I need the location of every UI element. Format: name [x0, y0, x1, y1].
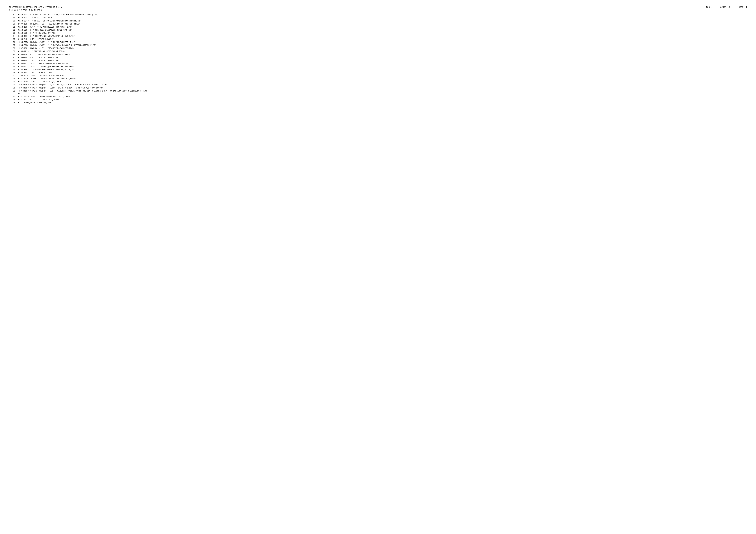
- row-content: С153-251' 10,5' ' СТАРТЕР ДЛЯ ЛЮМИНЕСЦЕН…: [18, 65, 747, 68]
- row-content: 1504-3073(Н9=1,082)(=13)' 2' ' ПРЕДОХРАН…: [18, 41, 747, 44]
- table-row: 76С153-303' 1,5' ' ТО ЖЕ Ж24-25*: [9, 71, 747, 74]
- row-number: 74: [9, 65, 18, 68]
- row-content: ТПР-НТ15-09 ТАБ.3-036(=13)' 0,195' 170.1…: [18, 87, 747, 89]
- table-row: 58С154-42' 7' ' ТО ЖЕ НСП02-200*: [9, 16, 747, 19]
- row-number: 66: [9, 41, 18, 44]
- table-row: 74С153-251' 10,5' ' СТАРТЕР ДЛЯ ЛЮМИНЕСЦ…: [9, 65, 747, 68]
- table-row: 73С153-231' 10,5' ' ЛАМПЫ ЛЮМИНИСЦЕНТНЫЕ…: [9, 62, 747, 65]
- table-row: 601507-1257(Н9=1,082)' 26' ' СВЕТИЛЬНИК …: [9, 23, 747, 25]
- row-content: ТПР-НТ15-09 ТАБ.2-006(=13)' 0,1' 495.1,1…: [18, 90, 747, 95]
- row-content: С153-228' 2' ' ТО ЖЕ ВХОД СУП-МУ2*: [18, 32, 747, 35]
- row-content: С151-43' 0,003' ' КАБЕЛЬ МАРКИ ВРГ СЕЧ 2…: [18, 95, 747, 98]
- table-row: 57С153-41' 42' ' СВЕТИЛЬНИК НСП02-100(В …: [9, 13, 747, 16]
- row-number: 62: [9, 29, 18, 32]
- table-row: 72С153-284' 1,1' ' ТО ЖЕ Б215-225-200*: [9, 59, 747, 62]
- row-number: 82: [9, 90, 18, 92]
- row-number: 61: [9, 26, 18, 29]
- table-row: 83С151-43' 0,003' ' КАБЕЛЬ МАРКИ ВРГ СЕЧ…: [9, 95, 747, 98]
- program-title: ПРОГРАММНЫЙ КОМПЛЕКС АВС-3ЕС ( РЕДАКЦИЯ …: [9, 6, 62, 8]
- row-content: ТПР-НТ15-09 ТАБ.3-336(=13)' 3,03' 200.1,…: [18, 84, 747, 86]
- table-row: 79С151-1091' 1,59' ' ТО ЖЕ СЕЧ 3,2,5ММ2*: [9, 81, 747, 83]
- row-number: 70: [9, 53, 18, 56]
- table-row: 671504-3083(Н9=1,082)(=13)' 2' ' ВСТАВКИ…: [9, 44, 747, 47]
- doc-italic: 24383-13: [720, 6, 730, 8]
- row-number: 71: [9, 56, 18, 59]
- row-number: 59: [9, 20, 18, 22]
- row-content: С153-226' 2' ' СВЕТОВОЙ УКАЗАТЕЛЬ ВЫХОД …: [18, 29, 747, 32]
- row-content: С153-17' 3' ' СВЕТИЛЬНИК ПЕРЕНОСНОЙ РВО-…: [18, 50, 747, 53]
- row-content: С151-1091' 1,59' ' ТО ЖЕ СЕЧ 3,2,5ММ2*: [18, 81, 747, 83]
- row-number: 63: [9, 32, 18, 35]
- row-content: 1507-1021(Н9=1,082)' 5' ' УДЛИНИТЕЛЬ-РАЗ…: [18, 47, 747, 50]
- row-number: 58: [9, 16, 18, 19]
- row-number: 83: [9, 95, 18, 98]
- table-row: 63С153-228' 2' ' ТО ЖЕ ВХОД СУП-МУ2*: [9, 32, 747, 35]
- page-header: ПРОГРАММНЫЙ КОМПЛЕКС АВС-3ЕС ( РЕДАКЦИЯ …: [9, 6, 747, 8]
- doc-number: 14890114: [738, 6, 747, 8]
- row-content: С153-41' 42' ' СВЕТИЛЬНИК НСП02-100(В Т.…: [18, 13, 747, 16]
- table-row: 85К' ' ФРАНЦУЗОВА' КОМАРНИЦКАЯ*: [9, 102, 747, 104]
- row-content: С153-309' 1' ' ЛАМПЫ НАКАЛИВАНИЯ МО42-60…: [18, 68, 747, 71]
- row-number: 78: [9, 78, 18, 80]
- row-number: 69: [9, 50, 18, 53]
- table-row: 69С153-17' 3' ' СВЕТИЛЬНИК ПЕРЕНОСНОЙ РВ…: [9, 50, 747, 53]
- table-row: 78С151-1075' 2,165' ' КАБЕЛЬ МАРКИ АВВГ …: [9, 78, 747, 80]
- row-content: С153-274' 4,1' ' ТО ЖЕ Б215-225-100*: [18, 56, 747, 59]
- table-row: 65С153-348' 9,4' ' СТЕКЛО ПЛАФОНА*: [9, 38, 747, 41]
- row-number: 73: [9, 62, 18, 65]
- row-number: 77: [9, 74, 18, 77]
- table-row: 70С153-264' 6,5' ' ЛАМПЫ НАКАЛИВАНИЯ Б21…: [9, 53, 747, 56]
- row-content: С153-52' 5' ' ТО ЖЕ НЧБН ВО ВЗРЫВОЗАЩИЩЕ…: [18, 20, 747, 22]
- table-row: 64С153-127' 3' ' СВЕТИЛЬНИК АККУМУЛЯТОРН…: [9, 35, 747, 38]
- row-content: 2405-1718' 1940' ' ПРОФИЛЬ МОНТАЖНЫЙ К10…: [18, 74, 747, 77]
- row-number: 68: [9, 47, 18, 50]
- table-row: 661504-3073(Н9=1,082)(=13)' 2' ' ПРЕДОХР…: [9, 41, 747, 44]
- row-number: 85: [9, 102, 18, 104]
- row-content: С153-127' 3' ' СВЕТИЛЬНИК АККУМУЛЯТОРНЫЙ…: [18, 35, 747, 38]
- table-row: 71С153-274' 4,1' ' ТО ЖЕ Б215-225-100*: [9, 56, 747, 59]
- row-content: С153-284' 1,1' ' ТО ЖЕ Б215-225-200*: [18, 59, 747, 62]
- table-row: 59С153-52' 5' ' ТО ЖЕ НЧБН ВО ВЗРЫВОЗАЩИ…: [9, 20, 747, 22]
- row-number: 79: [9, 81, 18, 83]
- content-table: 57С153-41' 42' ' СВЕТИЛЬНИК НСП02-100(В …: [9, 13, 747, 104]
- row-content: С153-348' 9,4' ' СТЕКЛО ПЛАФОНА*: [18, 38, 747, 41]
- table-row: 84С151-103' 0,003' ' ТО ЖЕ СЕЧ 3,1ММ2*: [9, 98, 747, 101]
- row-content: С153-303' 1,5' ' ТО ЖЕ Ж24-25*: [18, 71, 747, 74]
- row-content: С153-231' 10,5' ' ЛАМПЫ ЛЮМИНИСЦЕНТНЫЕ Л…: [18, 62, 747, 65]
- row-number: 81: [9, 87, 18, 89]
- row-content: К' ' ФРАНЦУЗОВА' КОМАРНИЦКАЯ*: [18, 102, 747, 104]
- subtitle: Г.2-IV-3.90 Альбом I3 Книга 2: [9, 9, 747, 11]
- table-row: 82ТПР-НТ15-09 ТАБ.2-006(=13)' 0,1' 495.1…: [9, 90, 747, 95]
- row-content: С154-42' 7' ' ТО ЖЕ НСП02-200*: [18, 16, 747, 19]
- table-row: 81ТПР-НТ15-09 ТАБ.3-036(=13)' 0,195' 170…: [9, 87, 747, 89]
- row-number: 84: [9, 98, 18, 101]
- row-number: 64: [9, 35, 18, 38]
- row-number: 65: [9, 38, 18, 41]
- page-number: - I00 -: [703, 6, 713, 8]
- row-number: 57: [9, 13, 18, 16]
- row-number: 72: [9, 59, 18, 62]
- row-number: 60: [9, 23, 18, 25]
- row-number: 76: [9, 71, 18, 74]
- row-content: 1504-3083(Н9=1,082)(=13)' 2' ' ВСТАВКИ П…: [18, 44, 747, 47]
- table-row: 62С153-226' 2' ' СВЕТОВОЙ УКАЗАТЕЛЬ ВЫХО…: [9, 29, 747, 32]
- table-row: 681507-1021(Н9=1,082)' 5' ' УДЛИНИТЕЛЬ-Р…: [9, 47, 747, 50]
- table-row: 61С153-160' 35' ' ТО ЖЕ ЛЮМИНЕСЦЕНТНЫЙ Л…: [9, 26, 747, 29]
- row-content: С151-103' 0,003' ' ТО ЖЕ СЕЧ 3,1ММ2*: [18, 98, 747, 101]
- row-content: С153-264' 6,5' ' ЛАМПЫ НАКАЛИВАНИЯ Б215-…: [18, 53, 747, 56]
- table-row: 75С153-309' 1' ' ЛАМПЫ НАКАЛИВАНИЯ МО42-…: [9, 68, 747, 71]
- row-number: 75: [9, 68, 18, 71]
- row-number: 80: [9, 84, 18, 86]
- row-content: 1507-1257(Н9=1,082)' 26' ' СВЕТИЛЬНИК ПО…: [18, 23, 747, 25]
- table-row: 772405-1718' 1940' ' ПРОФИЛЬ МОНТАЖНЫЙ К…: [9, 74, 747, 77]
- row-number: 67: [9, 44, 18, 47]
- table-row: 80ТПР-НТ15-09 ТАБ.3-336(=13)' 3,03' 200.…: [9, 84, 747, 86]
- row-content: С153-160' 35' ' ТО ЖЕ ЛЮМИНЕСЦЕНТНЫЙ ЛПО…: [18, 26, 747, 29]
- row-content: С151-1075' 2,165' ' КАБЕЛЬ МАРКИ АВВГ СЕ…: [18, 78, 747, 80]
